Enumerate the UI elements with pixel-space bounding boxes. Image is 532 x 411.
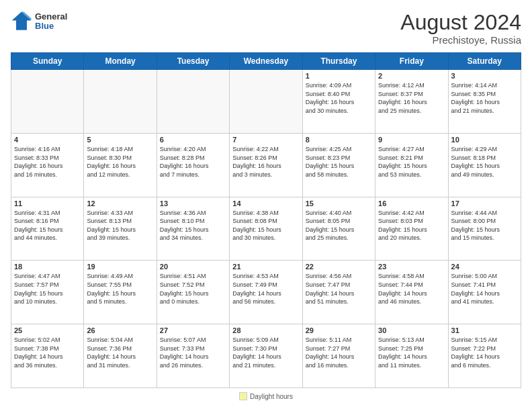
day-info: Sunrise: 4:47 AM Sunset: 7:57 PM Dayligh… <box>14 272 81 306</box>
day-number: 17 <box>451 199 518 208</box>
calendar-cell <box>84 70 157 134</box>
calendar-cell: 8Sunrise: 4:25 AM Sunset: 8:23 PM Daylig… <box>302 133 375 197</box>
day-info: Sunrise: 5:07 AM Sunset: 7:33 PM Dayligh… <box>160 336 226 369</box>
day-info: Sunrise: 4:25 AM Sunset: 8:23 PM Dayligh… <box>306 145 372 179</box>
day-info: Sunrise: 5:09 AM Sunset: 7:30 PM Dayligh… <box>232 336 299 369</box>
calendar-cell: 29Sunrise: 5:11 AM Sunset: 7:27 PM Dayli… <box>302 324 375 388</box>
day-info: Sunrise: 4:44 AM Sunset: 8:00 PM Dayligh… <box>451 209 518 242</box>
day-info: Sunrise: 4:53 AM Sunset: 7:49 PM Dayligh… <box>232 272 299 306</box>
day-info: Sunrise: 4:51 AM Sunset: 7:52 PM Dayligh… <box>160 272 226 306</box>
day-number: 12 <box>87 199 153 208</box>
day-info: Sunrise: 4:16 AM Sunset: 8:33 PM Dayligh… <box>14 145 81 179</box>
calendar-cell: 3Sunrise: 4:14 AM Sunset: 8:35 PM Daylig… <box>448 70 521 134</box>
calendar-cell <box>230 70 302 134</box>
logo: General Blue <box>11 11 67 32</box>
daylight-legend-box <box>239 392 247 400</box>
day-number: 24 <box>451 263 518 271</box>
day-info: Sunrise: 4:56 AM Sunset: 7:47 PM Dayligh… <box>306 272 372 306</box>
day-number: 7 <box>232 136 299 144</box>
day-info: Sunrise: 4:40 AM Sunset: 8:05 PM Dayligh… <box>306 209 372 242</box>
day-number: 25 <box>14 326 81 334</box>
calendar-cell: 10Sunrise: 4:29 AM Sunset: 8:18 PM Dayli… <box>448 133 521 197</box>
day-number: 8 <box>306 136 372 144</box>
calendar-cell: 11Sunrise: 4:31 AM Sunset: 8:16 PM Dayli… <box>11 197 84 261</box>
calendar-week-4: 25Sunrise: 5:02 AM Sunset: 7:38 PM Dayli… <box>11 324 521 388</box>
calendar-cell: 5Sunrise: 4:18 AM Sunset: 8:30 PM Daylig… <box>84 133 157 197</box>
calendar-week-0: 1Sunrise: 4:09 AM Sunset: 8:40 PM Daylig… <box>11 70 521 134</box>
day-number: 6 <box>160 136 226 144</box>
day-info: Sunrise: 4:09 AM Sunset: 8:40 PM Dayligh… <box>306 81 372 115</box>
day-number: 3 <box>451 72 518 80</box>
calendar-week-1: 4Sunrise: 4:16 AM Sunset: 8:33 PM Daylig… <box>11 133 521 197</box>
day-info: Sunrise: 5:00 AM Sunset: 7:41 PM Dayligh… <box>451 272 518 306</box>
daylight-legend-label: Daylight hours <box>250 393 293 400</box>
weekday-header-wednesday: Wednesday <box>230 53 302 70</box>
day-info: Sunrise: 4:18 AM Sunset: 8:30 PM Dayligh… <box>87 145 153 179</box>
day-number: 10 <box>451 136 518 144</box>
calendar-cell: 22Sunrise: 4:56 AM Sunset: 7:47 PM Dayli… <box>302 261 375 324</box>
weekday-header-row: SundayMondayTuesdayWednesdayThursdayFrid… <box>11 53 521 70</box>
calendar-cell: 9Sunrise: 4:27 AM Sunset: 8:21 PM Daylig… <box>375 133 448 197</box>
title-area: August 2024 Prechistoye, Russia <box>400 11 521 46</box>
calendar-cell: 2Sunrise: 4:12 AM Sunset: 8:37 PM Daylig… <box>375 70 448 134</box>
day-number: 15 <box>306 199 372 208</box>
day-info: Sunrise: 5:04 AM Sunset: 7:36 PM Dayligh… <box>87 336 153 369</box>
day-number: 20 <box>160 263 226 271</box>
day-info: Sunrise: 4:12 AM Sunset: 8:37 PM Dayligh… <box>378 81 445 115</box>
calendar-cell: 15Sunrise: 4:40 AM Sunset: 8:05 PM Dayli… <box>302 197 375 261</box>
day-number: 9 <box>378 136 445 144</box>
calendar-cell: 4Sunrise: 4:16 AM Sunset: 8:33 PM Daylig… <box>11 133 84 197</box>
weekday-header-sunday: Sunday <box>11 53 84 70</box>
calendar-cell: 27Sunrise: 5:07 AM Sunset: 7:33 PM Dayli… <box>157 324 229 388</box>
day-number: 31 <box>451 326 518 334</box>
logo-line2: Blue <box>35 21 67 31</box>
footer: Daylight hours <box>11 392 521 400</box>
day-info: Sunrise: 4:38 AM Sunset: 8:08 PM Dayligh… <box>232 209 299 242</box>
day-number: 23 <box>378 263 445 271</box>
day-number: 30 <box>378 326 445 334</box>
day-number: 11 <box>14 199 81 208</box>
calendar-cell: 26Sunrise: 5:04 AM Sunset: 7:36 PM Dayli… <box>84 324 157 388</box>
day-number: 5 <box>87 136 153 144</box>
day-info: Sunrise: 4:49 AM Sunset: 7:55 PM Dayligh… <box>87 272 153 306</box>
weekday-header-tuesday: Tuesday <box>157 53 229 70</box>
day-number: 28 <box>232 326 299 334</box>
day-number: 29 <box>306 326 372 334</box>
day-number: 13 <box>160 199 226 208</box>
calendar-cell <box>157 70 229 134</box>
header: General Blue August 2024 Prechistoye, Ru… <box>11 11 521 46</box>
subtitle: Prechistoye, Russia <box>400 34 521 46</box>
day-info: Sunrise: 5:15 AM Sunset: 7:22 PM Dayligh… <box>451 336 518 369</box>
calendar-cell: 13Sunrise: 4:36 AM Sunset: 8:10 PM Dayli… <box>157 197 229 261</box>
calendar-cell: 25Sunrise: 5:02 AM Sunset: 7:38 PM Dayli… <box>11 324 84 388</box>
calendar-cell <box>11 70 84 134</box>
calendar-cell: 7Sunrise: 4:22 AM Sunset: 8:26 PM Daylig… <box>230 133 302 197</box>
calendar-cell: 28Sunrise: 5:09 AM Sunset: 7:30 PM Dayli… <box>230 324 302 388</box>
day-info: Sunrise: 4:36 AM Sunset: 8:10 PM Dayligh… <box>160 209 226 242</box>
logo-text: General Blue <box>35 12 67 32</box>
day-number: 26 <box>87 326 153 334</box>
calendar-cell: 14Sunrise: 4:38 AM Sunset: 8:08 PM Dayli… <box>230 197 302 261</box>
calendar-cell: 23Sunrise: 4:58 AM Sunset: 7:44 PM Dayli… <box>375 261 448 324</box>
weekday-header-thursday: Thursday <box>302 53 375 70</box>
day-number: 4 <box>14 136 81 144</box>
calendar-week-2: 11Sunrise: 4:31 AM Sunset: 8:16 PM Dayli… <box>11 197 521 261</box>
day-number: 2 <box>378 72 445 80</box>
calendar-cell: 6Sunrise: 4:20 AM Sunset: 8:28 PM Daylig… <box>157 133 229 197</box>
weekday-header-monday: Monday <box>84 53 157 70</box>
logo-icon <box>11 11 32 32</box>
day-number: 14 <box>232 199 299 208</box>
svg-marker-0 <box>12 12 32 30</box>
calendar-cell: 24Sunrise: 5:00 AM Sunset: 7:41 PM Dayli… <box>448 261 521 324</box>
day-number: 21 <box>232 263 299 271</box>
day-number: 1 <box>306 72 372 80</box>
day-info: Sunrise: 5:13 AM Sunset: 7:25 PM Dayligh… <box>378 336 445 369</box>
calendar-cell: 31Sunrise: 5:15 AM Sunset: 7:22 PM Dayli… <box>448 324 521 388</box>
calendar-cell: 21Sunrise: 4:53 AM Sunset: 7:49 PM Dayli… <box>230 261 302 324</box>
day-info: Sunrise: 4:29 AM Sunset: 8:18 PM Dayligh… <box>451 145 518 179</box>
day-info: Sunrise: 5:11 AM Sunset: 7:27 PM Dayligh… <box>306 336 372 369</box>
day-number: 27 <box>160 326 226 334</box>
day-info: Sunrise: 4:58 AM Sunset: 7:44 PM Dayligh… <box>378 272 445 306</box>
page: General Blue August 2024 Prechistoye, Ru… <box>0 0 532 411</box>
day-info: Sunrise: 4:42 AM Sunset: 8:03 PM Dayligh… <box>378 209 445 242</box>
